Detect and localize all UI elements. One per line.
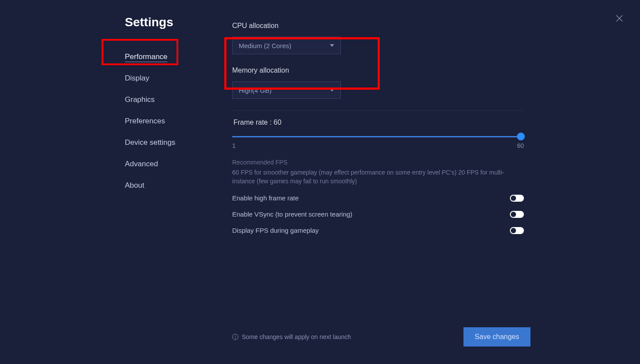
enable-high-frame-rate-toggle[interactable] [510, 195, 524, 202]
cpu-allocation-select[interactable]: Medium (2 Cores) [232, 37, 341, 54]
toggle-knob [511, 212, 516, 217]
sidebar-item-device-settings[interactable]: Device settings [125, 135, 230, 150]
toggle-knob [511, 196, 516, 201]
recommended-fps-text: 60 FPS for smoother gameplay (may effect… [232, 168, 524, 186]
enable-high-frame-rate-label: Enable high frame rate [232, 194, 299, 202]
info-icon: i [232, 334, 238, 340]
sidebar-item-label: Display [125, 74, 149, 82]
sidebar-item-label: Graphics [125, 95, 155, 104]
sidebar-item-graphics[interactable]: Graphics [125, 92, 230, 108]
sidebar: Settings Performance Display Graphics Pr… [125, 15, 230, 364]
sidebar-item-advanced[interactable]: Advanced [125, 156, 230, 172]
display-fps-label: Display FPS during gameplay [232, 227, 319, 234]
sidebar-item-performance[interactable]: Performance [125, 49, 230, 65]
sidebar-item-preferences[interactable]: Preferences [125, 113, 230, 129]
divider [232, 110, 524, 111]
enable-vsync-label: Enable VSync (to prevent screen tearing) [232, 210, 352, 218]
sidebar-item-about[interactable]: About [125, 178, 230, 193]
sidebar-item-label: Advanced [125, 160, 158, 168]
slider-thumb[interactable] [517, 133, 525, 140]
sidebar-item-label: Performance [125, 52, 167, 62]
chevron-down-icon [330, 89, 334, 91]
cpu-allocation-value: Medium (2 Cores) [239, 42, 291, 49]
frame-rate-label: Frame rate : 60 [232, 119, 524, 126]
save-changes-button[interactable]: Save changes [463, 327, 530, 346]
sidebar-item-label: Preferences [125, 117, 165, 125]
memory-allocation-select[interactable]: High(4 GB) [232, 81, 341, 99]
slider-track [232, 136, 524, 137]
recommended-fps-title: Recommended FPS [232, 159, 524, 166]
frame-rate-slider[interactable] [232, 133, 524, 143]
sidebar-item-display[interactable]: Display [125, 70, 230, 86]
sidebar-item-label: About [125, 181, 144, 189]
cpu-allocation-label: CPU allocation [232, 22, 524, 30]
display-fps-toggle[interactable] [510, 227, 524, 234]
footer-note: i Some changes will apply on next launch [232, 333, 351, 340]
footer: i Some changes will apply on next launch… [232, 327, 530, 346]
main-content: CPU allocation Medium (2 Cores) Memory a… [230, 15, 640, 364]
footer-note-text: Some changes will apply on next launch [242, 333, 351, 340]
enable-vsync-toggle[interactable] [510, 211, 524, 218]
memory-allocation-label: Memory allocation [232, 66, 524, 74]
chevron-down-icon [330, 44, 334, 47]
sidebar-item-label: Device settings [125, 138, 175, 147]
page-title: Settings [125, 15, 230, 29]
memory-allocation-value: High(4 GB) [239, 87, 272, 94]
slider-max-label: 60 [517, 142, 524, 149]
toggle-knob [511, 228, 516, 233]
slider-min-label: 1 [232, 142, 236, 149]
